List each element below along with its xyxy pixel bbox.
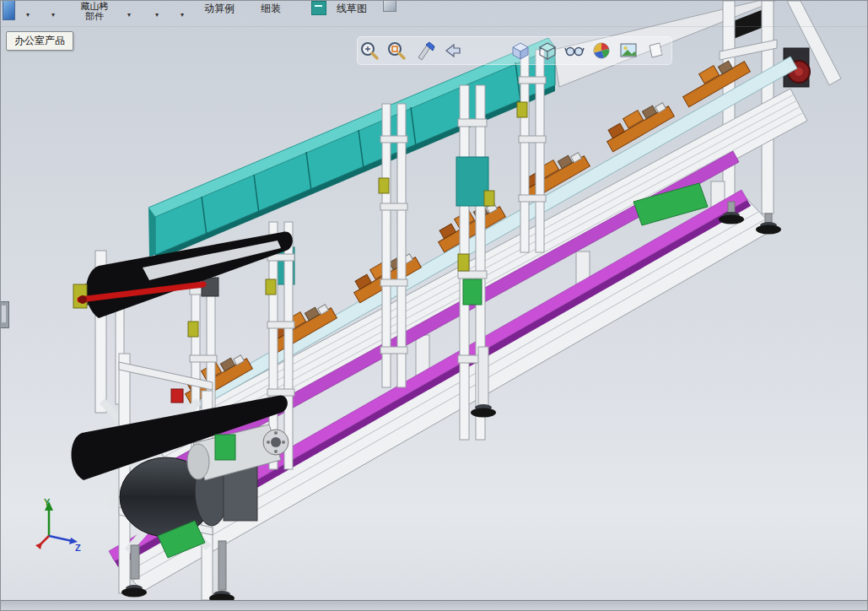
toolbar-item-detail[interactable]: 细装 <box>261 2 281 16</box>
panel-splitter-tab[interactable] <box>1 301 9 328</box>
dropdown-arrow[interactable]: ▾ <box>181 11 184 19</box>
toolbar-item-motion-study[interactable]: 动算例 <box>204 2 235 16</box>
edit-appearance-icon[interactable] <box>590 40 612 62</box>
dropdown-arrow[interactable]: ▾ <box>51 11 55 19</box>
tower-3 <box>517 50 546 252</box>
z-axis-label: Z <box>75 543 81 553</box>
coordinate-triad: Y Z <box>35 497 81 553</box>
sketch-toolbar-icon[interactable] <box>311 1 326 15</box>
display-style-icon[interactable] <box>536 40 558 62</box>
partial-toolbar-icon-2[interactable] <box>383 1 396 12</box>
heads-up-view-toolbar <box>357 36 672 65</box>
view-orientation-icon[interactable] <box>509 40 531 62</box>
zoom-to-area-icon[interactable] <box>385 40 407 62</box>
model-viewport[interactable]: Y Z <box>1 1 868 611</box>
toolbar-group-label-line1: 藏山栲 <box>72 1 117 11</box>
toolbar-group-label-line2: 部件 <box>72 11 117 21</box>
previous-view-icon[interactable] <box>442 40 464 62</box>
view-settings-icon[interactable] <box>644 40 666 62</box>
office-products-tab[interactable]: 办公室产品 <box>6 31 73 51</box>
apply-scene-icon[interactable] <box>617 40 639 62</box>
toolbar-group-button[interactable]: 藏山栲 部件 <box>72 1 117 21</box>
application-window: Y Z 藏山栲 部件 ▾ ▾ ▾ ▾ ▾ 动算例 细装 线草图 办公室产品 <box>0 0 868 611</box>
dropdown-arrow[interactable]: ▾ <box>155 11 159 19</box>
dropdown-arrow[interactable]: ▾ <box>26 11 30 19</box>
hide-show-items-icon[interactable] <box>563 40 585 62</box>
y-axis-label: Y <box>44 497 51 507</box>
zoom-to-fit-icon[interactable] <box>359 40 380 62</box>
top-toolbar: 藏山栲 部件 ▾ ▾ ▾ ▾ ▾ 动算例 细装 线草图 <box>1 1 867 27</box>
dropdown-arrow[interactable]: ▾ <box>127 11 131 19</box>
toolbar-item-line-sketch[interactable]: 线草图 <box>337 2 367 16</box>
section-view-icon[interactable] <box>415 40 437 62</box>
bottom-window-edge <box>1 600 867 611</box>
z-axis-arrow <box>49 536 72 541</box>
partial-toolbar-icon[interactable] <box>3 1 15 20</box>
